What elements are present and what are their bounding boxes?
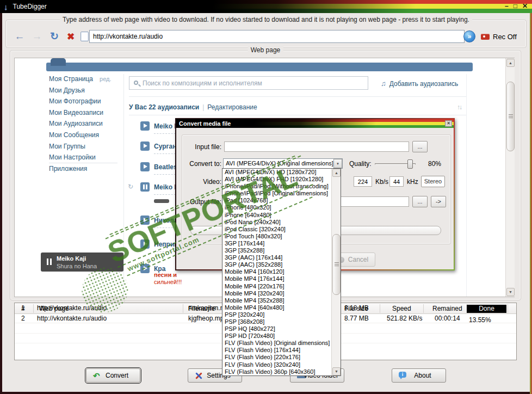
sidebar-link[interactable]: Моя Страница [49, 75, 93, 83]
scroll-down-icon[interactable]: ▼ [332, 367, 341, 375]
format-option[interactable]: FLV (Flash Video) [Original dimensions] [222, 340, 331, 347]
pause-icon[interactable] [47, 258, 52, 265]
format-option[interactable]: Mobile MP4 [640x480] [222, 304, 331, 311]
format-option[interactable]: PSP [320x240] [222, 311, 331, 318]
format-option[interactable]: iPod Classic [320x240] [222, 226, 331, 233]
play-pause-button[interactable] [140, 141, 150, 151]
play-pause-button[interactable] [140, 216, 150, 225]
track-title[interactable]: Никола [154, 217, 177, 224]
sort-icon[interactable]: ↑↓ [457, 103, 461, 111]
format-option[interactable]: Mobile MP4 [352x288] [222, 297, 331, 304]
format-option[interactable]: FLV (Flash Video) 360p [640x360] [222, 368, 331, 375]
format-option[interactable]: FLV (Flash Video) [320x240] [222, 361, 331, 368]
sidebar-item[interactable]: Мои Фотографии [49, 97, 122, 109]
format-option[interactable]: iPod Nano [240x240] [222, 219, 331, 226]
format-option[interactable]: FLV (Flash Video) [176x144] [222, 347, 331, 354]
sidebar-link[interactable]: Приложения [49, 165, 87, 173]
play-pause-button[interactable] [140, 162, 150, 171]
format-option[interactable]: Mobile MP4 [176x144] [222, 275, 331, 282]
format-option[interactable]: iPhone/iPad/iPod [Without transcoding] [222, 183, 331, 190]
track-title[interactable]: Beatles [154, 163, 177, 171]
format-option[interactable]: PSP [368x208] [222, 318, 331, 325]
format-option[interactable]: iPhone/iPad/iPod [Original dimensions] [222, 190, 331, 197]
title-bar[interactable]: ↓ TubeDigger – □ ✕ [0, 0, 532, 13]
sidebar-item[interactable]: Мои Сообщения [49, 131, 122, 143]
scroll-down-icon[interactable]: ▼ [506, 288, 515, 296]
scroll-up-icon[interactable]: ▲ [332, 169, 341, 177]
audio-track-row[interactable]: Сурган [127, 141, 177, 160]
sidebar-item[interactable]: Мои Друзья [49, 87, 122, 98]
sidebar-item[interactable]: Мои Видеозаписи [49, 109, 122, 120]
sidebar-link[interactable]: Мои Сообщения [49, 131, 99, 139]
format-option[interactable]: Mobile MP4 [160x120] [222, 268, 331, 275]
quality-slider-thumb[interactable] [407, 159, 413, 169]
convert-button[interactable]: ↶ Convert [86, 368, 140, 383]
sidebar-link[interactable]: Мои Фотографии [49, 97, 101, 105]
format-option[interactable]: 3GP [352x288] [222, 247, 331, 254]
rec-off-label[interactable]: Rec Off [493, 33, 517, 41]
samplerate-field[interactable] [389, 176, 404, 187]
maximize-button[interactable]: □ [514, 2, 517, 10]
format-option[interactable]: 3GP (AAC) [176x144] [222, 254, 331, 261]
sidebar-item[interactable]: Мои Группы [49, 143, 122, 154]
audio-track-row[interactable]: ↻ Meiko K [127, 182, 177, 201]
about-button[interactable]: i About [392, 368, 446, 383]
sidebar-link[interactable]: Мои Аудиозаписи [49, 120, 103, 127]
track-title[interactable]: Meiko K [154, 122, 177, 130]
bitrate-field[interactable] [354, 176, 372, 187]
play-pause-button[interactable] [140, 239, 150, 249]
refresh-button[interactable]: ↻ [48, 30, 61, 43]
format-option[interactable]: PSP HQ [480x272] [222, 325, 331, 333]
format-option[interactable]: 3GP [176x144] [222, 240, 331, 247]
scrollbar-thumb[interactable] [506, 82, 515, 151]
search-input[interactable] [129, 76, 368, 90]
now-playing-bar[interactable]: Meiko Kaji Shura no Hana [41, 253, 123, 272]
edit-link[interactable]: Редактирование [207, 103, 257, 111]
input-browse-button[interactable]: ... [412, 141, 428, 152]
format-option[interactable]: iPad [1024x768] [222, 197, 331, 204]
sidebar-edit-link[interactable]: ред. [100, 76, 111, 82]
back-button[interactable]: ← [13, 30, 26, 43]
format-option[interactable]: iPod Touch [480x320] [222, 233, 331, 240]
dropdown-scrollbar[interactable]: ▲ ▼ [331, 169, 341, 375]
new-page-icon[interactable] [81, 32, 89, 41]
channels-field[interactable]: Stereo [421, 176, 445, 187]
open-output-button[interactable]: -> [431, 196, 446, 207]
minimize-button[interactable]: – [505, 2, 509, 10]
sidebar-item[interactable]: Мои Аудиозаписи [49, 120, 122, 131]
audio-track-row[interactable]: Никола [127, 216, 177, 234]
url-input[interactable] [89, 30, 465, 43]
format-option[interactable]: Mobile MP4 [220x176] [222, 283, 331, 290]
sidebar-item[interactable]: Моя Страницаред. [49, 75, 122, 87]
scroll-up-icon[interactable]: ▲ [506, 59, 515, 67]
format-option[interactable]: AVI (MPEG4/DivX) FHD [1920x1280] [222, 176, 331, 183]
add-audio-link[interactable]: ♫Добавить аудиозапись [381, 79, 458, 88]
track-title[interactable]: Сурган [154, 143, 177, 150]
audio-track-row[interactable]: Beatles [127, 162, 177, 181]
repeat-icon[interactable]: ↻ [128, 183, 133, 190]
scrollbar-thumb[interactable] [332, 234, 341, 295]
format-option[interactable]: 3GP (AAC) [352x288] [222, 261, 331, 268]
sidebar-link[interactable]: Мои Видеозаписи [49, 109, 103, 116]
forward-button[interactable]: → [30, 30, 44, 43]
go-button[interactable]: » [463, 30, 475, 42]
sidebar-link[interactable]: Мои Настройки [49, 153, 96, 161]
play-pause-button[interactable] [140, 121, 150, 131]
format-option[interactable]: Mobile MP4 [320x240] [222, 290, 331, 297]
dialog-title-bar[interactable]: Convert media file [176, 119, 454, 128]
dialog-close-button[interactable]: ✕ [445, 120, 452, 127]
output-browse-button[interactable]: ... [412, 196, 428, 207]
sidebar-link[interactable]: Мои Группы [49, 143, 85, 150]
audio-track-row[interactable]: Кра песни и сильней!!! [127, 264, 177, 282]
track-progress-handle[interactable] [154, 199, 169, 203]
format-option[interactable]: FLV (Flash Video) [220x176] [222, 354, 331, 361]
track-title[interactable]: Meiko K [154, 183, 177, 191]
record-icon[interactable] [481, 34, 490, 40]
sidebar-link[interactable]: Мои Друзья [49, 87, 85, 94]
audio-track-row[interactable]: Неприк [127, 239, 177, 258]
close-button[interactable]: ✕ [522, 2, 528, 10]
audio-track-row[interactable]: Meiko K [127, 121, 177, 140]
format-option[interactable]: iPhone [480x320] [222, 204, 331, 211]
track-title[interactable]: Неприк [154, 241, 177, 248]
input-file-field[interactable] [224, 141, 409, 152]
